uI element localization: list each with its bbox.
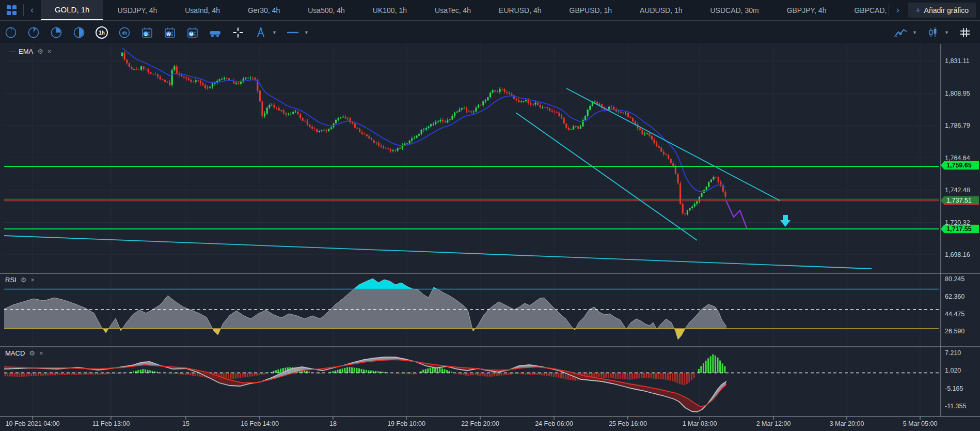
tabs-scroll-right-button[interactable]: ›: [889, 0, 906, 20]
price-tick-label: 1,764.64: [945, 155, 970, 162]
instrument-tab-usatec[interactable]: UsaTec, 4h: [421, 0, 485, 20]
svg-text:M: M: [189, 31, 193, 36]
time-tick-label: 24 Feb 06:00: [535, 420, 573, 427]
time-tick-label: 10 Feb 2021 04:00: [6, 420, 60, 427]
instrument-tab-usdcad[interactable]: USDCAD, 30m: [696, 0, 772, 20]
rsi-indicator-name: RSI: [5, 276, 17, 284]
svg-text:4h: 4h: [122, 30, 128, 35]
macd-settings-gear-icon[interactable]: ⚙: [29, 349, 35, 357]
indicators-button[interactable]: [893, 25, 909, 40]
timeframe-15m-button[interactable]: [49, 25, 64, 40]
instrument-tab-uk100[interactable]: UK100, 1h: [359, 0, 421, 20]
time-tick-label: 19 Feb 10:00: [387, 420, 425, 427]
timeframe-5m-button[interactable]: [26, 25, 41, 40]
ema-indicator-legend: — EMA ⚙ ×: [9, 48, 51, 55]
time-tick-label: 3 Mar 20:00: [830, 420, 864, 427]
drawing-tools-caret[interactable]: ▼: [272, 25, 278, 40]
macd-indicator-legend: MACD ⚙ ×: [5, 349, 43, 357]
chart-type-button[interactable]: [925, 25, 941, 40]
indicators-caret[interactable]: ▼: [912, 25, 919, 40]
workspace-grid-button[interactable]: [0, 0, 23, 20]
instrument-tab-ger30[interactable]: Ger30, 4h: [234, 0, 294, 20]
time-tick-label: 1 Mar 03:00: [683, 420, 717, 427]
price-tick-label: 1,698.16: [945, 251, 970, 258]
crosshair-tool-button[interactable]: [230, 25, 246, 40]
grid-squares-icon: [7, 5, 17, 15]
timeframe-daily-button[interactable]: D: [139, 25, 155, 40]
instrument-tab-gbpjpy[interactable]: GBPJPY, 4h: [773, 0, 841, 20]
macd-tick-label: 7.210: [945, 349, 961, 357]
chart-tab-bar: ‹ GOLD, 1hUSDJPY, 4hUsaInd, 4hGer30, 4hU…: [0, 0, 980, 21]
time-tick-label: 15: [182, 420, 189, 427]
macd-remove-icon[interactable]: ×: [39, 349, 43, 357]
rsi-tick-label: 80.245: [945, 275, 965, 283]
instrument-tab-usdjpy[interactable]: USDJPY, 4h: [103, 0, 171, 20]
time-tick-label: 2 Mar 12:00: [756, 420, 791, 427]
instrument-tab-usaind[interactable]: UsaInd, 4h: [171, 0, 234, 20]
ema-remove-icon[interactable]: ×: [48, 48, 52, 55]
chart-canvas[interactable]: [0, 0, 980, 431]
instrument-tab-gold[interactable]: GOLD, 1h: [41, 0, 104, 20]
trading-platform-window: ‹ GOLD, 1hUSDJPY, 4hUsaInd, 4hGer30, 4hU…: [0, 0, 980, 431]
instrument-tab-gbpusd[interactable]: GBPUSD, 1h: [556, 0, 626, 20]
rsi-indicator-legend: RSI ⚙ ×: [5, 276, 35, 284]
line-tool-caret[interactable]: ▼: [304, 25, 310, 40]
price-level-badge: 1,717.55: [941, 225, 979, 234]
price-tick-label: 1,831.11: [945, 57, 970, 65]
timeframe-monthly-button[interactable]: M: [185, 25, 200, 40]
instrument-tabs: GOLD, 1hUSDJPY, 4hUsaInd, 4hGer30, 4hUsa…: [41, 0, 889, 20]
time-tick-label: 11 Feb 13:00: [92, 420, 130, 427]
rsi-remove-icon[interactable]: ×: [30, 276, 35, 284]
timeframe-weekly-button[interactable]: W: [162, 25, 178, 40]
price-tick-label: 1,808.95: [945, 90, 970, 97]
timeframe-30m-button[interactable]: [71, 25, 87, 40]
line-tool-button[interactable]: [285, 25, 301, 40]
rsi-tick-label: 44.475: [945, 311, 965, 318]
drawing-tools-button[interactable]: [253, 25, 268, 40]
add-chart-label: Añadir gráfico: [924, 6, 969, 14]
ema-settings-gear-icon[interactable]: ⚙: [37, 48, 43, 55]
svg-text:1h: 1h: [99, 30, 105, 36]
chart-toolbar: 1h 4h D W M ▼ ▼ ▼: [0, 21, 980, 43]
chart-type-caret[interactable]: ▼: [944, 25, 951, 40]
tabs-scroll-left-button[interactable]: ‹: [24, 0, 41, 20]
time-tick-label: 22 Feb 20:00: [461, 420, 499, 427]
macd-tick-label: -11.355: [945, 403, 966, 410]
macd-tick-label: 1.020: [945, 367, 961, 374]
svg-text:W: W: [166, 31, 171, 36]
macd-tick-label: -5.165: [945, 385, 963, 392]
chart-area[interactable]: — EMA ⚙ × RSI ⚙ × MACD ⚙ × 1,831.111,808…: [0, 0, 980, 431]
time-tick-label: 5 Mar 05:00: [903, 420, 938, 427]
ema-indicator-name: EMA: [19, 48, 33, 55]
grid-layout-button[interactable]: [957, 25, 973, 40]
rsi-tick-label: 62.360: [945, 293, 965, 300]
price-tick-label: 1,742.48: [945, 187, 970, 194]
ema-legend-dash-icon: —: [9, 48, 15, 55]
timeframe-4h-button[interactable]: 4h: [117, 25, 132, 40]
timeframe-1m-button[interactable]: [3, 25, 19, 40]
instrument-tab-usa500[interactable]: Usa500, 4h: [294, 0, 359, 20]
time-tick-label: 18: [329, 420, 337, 427]
time-tick-label: 25 Feb 16:00: [609, 420, 647, 427]
price-level-badge: 1,737.51: [941, 196, 979, 205]
macd-indicator-name: MACD: [5, 349, 25, 357]
rsi-tick-label: 26.590: [945, 328, 965, 335]
instrument-tab-audusd[interactable]: AUDUSD, 1h: [626, 0, 696, 20]
price-level-badge: 1,759.65: [941, 161, 979, 170]
rsi-settings-gear-icon[interactable]: ⚙: [21, 276, 27, 284]
instrument-tab-gbpcad[interactable]: GBPCAD, 4h: [840, 0, 889, 20]
plus-icon: +: [915, 6, 920, 15]
instrument-tab-eurusd[interactable]: EURUSD, 4h: [485, 0, 555, 20]
add-chart-button[interactable]: + Añadir gráfico: [908, 3, 976, 18]
svg-text:D: D: [144, 31, 147, 36]
price-tick-label: 1,786.79: [945, 122, 970, 129]
chart-scroll-slider[interactable]: [208, 25, 223, 40]
time-tick-label: 16 Feb 14:00: [241, 420, 279, 427]
timeframe-1h-button-active[interactable]: 1h: [94, 25, 109, 40]
